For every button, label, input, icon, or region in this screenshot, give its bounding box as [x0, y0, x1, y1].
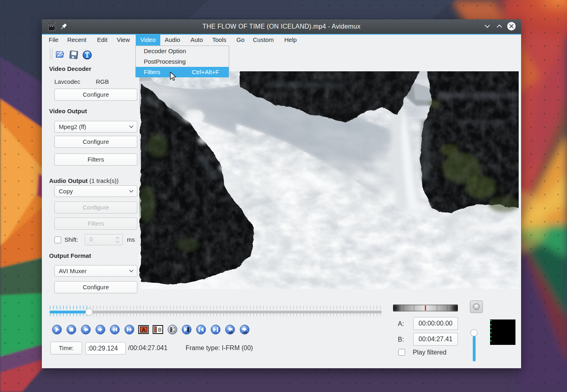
svg-text:A: A — [142, 327, 146, 333]
svg-text:60: 60 — [244, 331, 247, 334]
svg-text:60: 60 — [229, 331, 233, 334]
svg-text:B: B — [158, 327, 162, 333]
